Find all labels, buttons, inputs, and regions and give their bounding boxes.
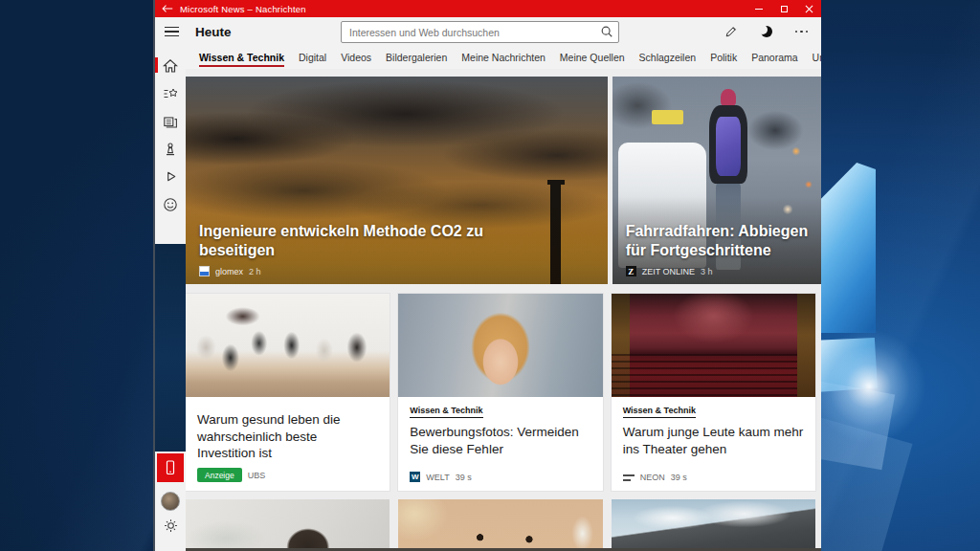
read-time: 39 s: [456, 473, 472, 482]
neon-logo-icon: [623, 474, 635, 481]
maximize-icon: [781, 6, 788, 12]
card-image-man-portrait: [186, 499, 390, 548]
nav-rail-acrylic-gap: [155, 244, 186, 452]
microsoft-news-window: Microsoft News – Nachrichten Heute: [153, 0, 821, 551]
edit-feed-button[interactable]: [724, 25, 738, 38]
avatar[interactable]: [161, 492, 180, 511]
card-title: Warum junge Leute kaum mehr ins Theater …: [623, 424, 804, 457]
close-button[interactable]: [796, 0, 821, 17]
card-image-family-dinner: [186, 294, 390, 397]
hero-article-co2[interactable]: Ingenieure entwickeln Methode CO2 zu bes…: [186, 77, 608, 284]
sidebar-item-home[interactable]: [155, 52, 186, 79]
smiley-icon: [163, 197, 178, 212]
read-time: 39 s: [671, 473, 687, 482]
app-header: Heute: [155, 17, 821, 46]
sidebar-item-interests[interactable]: [155, 79, 186, 107]
tab-panorama[interactable]: Panorama: [751, 52, 797, 69]
search-icon[interactable]: [600, 25, 613, 38]
home-icon: [163, 58, 178, 74]
search-input[interactable]: [341, 21, 619, 43]
nav-rail-bottom: [155, 452, 186, 551]
tab-digital[interactable]: Digital: [299, 52, 326, 69]
source-row: W WELT 39 s: [410, 472, 471, 482]
close-icon: [805, 5, 813, 13]
phone-icon: [163, 459, 178, 476]
tab-meine-quellen[interactable]: Meine Quellen: [560, 52, 625, 69]
dark-mode-moon-icon[interactable]: [761, 26, 772, 37]
zeit-online-logo-icon: Z: [626, 266, 636, 276]
sidebar-item-news-sources[interactable]: [155, 107, 186, 135]
windows-logo-glow: [812, 329, 926, 444]
monument-icon: [163, 142, 178, 157]
hero-title: Ingenieure entwickeln Methode CO2 zu bes…: [199, 222, 515, 260]
card-title: Warum gesund leben die wahrscheinlich be…: [197, 411, 378, 462]
source-name: WELT: [426, 473, 449, 482]
card-article-partial-2[interactable]: [398, 499, 602, 548]
hamburger-menu-button[interactable]: [163, 22, 182, 41]
card-image-woman-portrait: [398, 294, 602, 397]
news-stack-icon: [163, 114, 178, 129]
window-body: Wissen & Technik Digital Videos Bilderga…: [155, 46, 821, 551]
sidebar-item-fun[interactable]: [155, 190, 186, 218]
nav-rail-top: [155, 46, 186, 244]
tab-politik[interactable]: Politik: [710, 52, 737, 69]
tab-schlagzeilen[interactable]: Schlagzeilen: [639, 52, 697, 69]
card-article-bewerbungsfotos[interactable]: Wissen & Technik Bewerbungsfotos: Vermei…: [398, 294, 602, 491]
minimize-button[interactable]: [746, 0, 771, 17]
maximize-button[interactable]: [771, 0, 796, 17]
category-label[interactable]: Wissen & Technik: [410, 406, 482, 418]
card-article-partial-3[interactable]: [612, 499, 815, 548]
settings-button[interactable]: [164, 518, 178, 533]
card-image-theater: [612, 294, 815, 397]
source-row: glomex 2 h: [199, 266, 598, 276]
play-icon: [164, 169, 178, 184]
article-age: 3 h: [701, 267, 713, 276]
card-title: Bewerbungsfotos: Vermeiden Sie diese Feh…: [410, 424, 590, 457]
hero-caption: Fahrradfahren: Abbiegen für Fortgeschrit…: [626, 222, 812, 276]
main-area: Wissen & Technik Digital Videos Bilderga…: [186, 46, 821, 551]
tab-bildergalerien[interactable]: Bildergalerien: [386, 52, 447, 69]
card-article-partial-1[interactable]: [186, 499, 390, 548]
more-options-button[interactable]: [795, 31, 809, 33]
partial-card-row: [186, 499, 821, 548]
source-row: Anzeige UBS: [197, 468, 265, 482]
card-body: Wissen & Technik Bewerbungsfotos: Vermei…: [398, 397, 602, 491]
sidebar-item-local[interactable]: [155, 135, 186, 163]
card-image-mountain-crater: [612, 499, 815, 548]
hero-caption: Ingenieure entwickeln Methode CO2 zu bes…: [199, 222, 598, 276]
source-row: NEON 39 s: [623, 473, 687, 482]
pencil-edit-icon: [724, 25, 738, 38]
search-box: [341, 21, 619, 43]
tab-wissen-technik[interactable]: Wissen & Technik: [199, 52, 284, 69]
settings-gear-icon: [164, 518, 178, 533]
category-tabs: Wissen & Technik Digital Videos Bilderga…: [186, 46, 821, 69]
back-button[interactable]: [155, 0, 180, 17]
source-name: glomex: [215, 267, 243, 276]
welt-logo-icon: W: [410, 472, 420, 482]
article-age: 2 h: [249, 267, 261, 276]
window-title: Microsoft News – Nachrichten: [180, 4, 306, 14]
hero-title: Fahrradfahren: Abbiegen für Fortgeschrit…: [626, 222, 812, 260]
category-label[interactable]: Wissen & Technik: [623, 406, 696, 418]
get-mobile-app-button[interactable]: [157, 453, 184, 482]
tab-videos[interactable]: Videos: [341, 52, 371, 69]
source-name: ZEIT ONLINE: [642, 267, 695, 276]
sidebar-item-videos[interactable]: [155, 163, 186, 190]
card-body: Wissen & Technik Warum junge Leute kaum …: [612, 397, 815, 491]
page-title: Heute: [195, 25, 232, 39]
tab-unterhaltung[interactable]: Unterhaltung: [813, 52, 821, 69]
minimize-icon: [755, 9, 763, 10]
source-name: NEON: [640, 473, 665, 482]
selected-indicator: [155, 57, 158, 73]
hero-article-fahrrad[interactable]: Fahrradfahren: Abbiegen für Fortgeschrit…: [612, 77, 821, 284]
navigation-rail: [155, 46, 186, 551]
source-name: UBS: [248, 471, 266, 480]
back-arrow-icon: [162, 4, 173, 13]
card-article-ubs-ad[interactable]: Warum gesund leben die wahrscheinlich be…: [186, 294, 390, 491]
card-article-theater[interactable]: Wissen & Technik Warum junge Leute kaum …: [612, 294, 815, 491]
card-body: Warum gesund leben die wahrscheinlich be…: [186, 397, 390, 491]
tab-meine-nachrichten[interactable]: Meine Nachrichten: [461, 52, 546, 69]
interests-icon: [163, 86, 178, 101]
feed-content: Ingenieure entwickeln Methode CO2 zu bes…: [186, 69, 821, 551]
header-actions: [724, 17, 809, 46]
